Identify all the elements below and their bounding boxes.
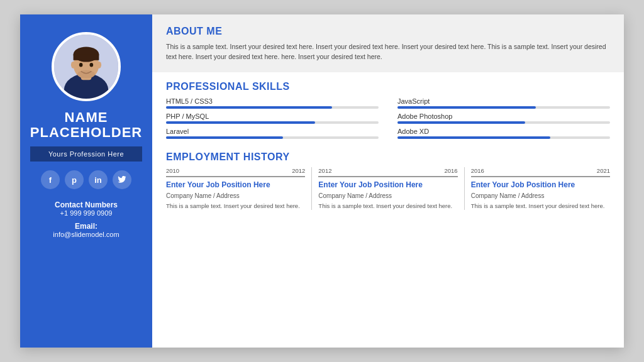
- job-desc: This is a sample text. Insert your desir…: [471, 202, 610, 211]
- skill-label: JavaScript: [397, 97, 610, 105]
- job-company: Company Name / Address: [318, 192, 457, 199]
- pinterest-icon[interactable]: p: [65, 170, 84, 189]
- svg-rect-5: [74, 55, 99, 60]
- linkedin-icon[interactable]: in: [89, 170, 108, 189]
- skills-section: PROFESSIONAL SKILLS HTML5 / CSS3 JavaScr…: [152, 72, 624, 145]
- profession-bar: Yours Profession Here: [30, 146, 142, 162]
- skill-bar-bg: [166, 121, 379, 124]
- job-title: Enter Your Job Position Here: [166, 180, 305, 190]
- skill-bar-bg: [397, 121, 610, 124]
- skill-bar-bg: [166, 136, 379, 139]
- skill-bar-fill: [166, 121, 315, 124]
- main-content: ABOUT ME This is a sample text. Insert y…: [152, 14, 624, 348]
- skill-bar-fill: [397, 121, 525, 124]
- skill-label: Adobe Photoshop: [397, 112, 610, 120]
- skills-grid: HTML5 / CSS3 JavaScript PHP / MySQL Adob…: [166, 97, 610, 139]
- job-title: Enter Your Job Position Here: [318, 180, 457, 190]
- svg-point-10: [77, 70, 95, 79]
- job-company: Company Name / Address: [166, 192, 305, 199]
- year-start: 2016: [471, 167, 484, 174]
- year-row: 2016 2021: [471, 167, 610, 174]
- skill-item: Adobe XD: [397, 128, 610, 139]
- skill-bar-bg: [397, 106, 610, 109]
- employment-title: EMPLOYMENT HISTORY: [166, 151, 610, 163]
- social-icons: f p in: [41, 170, 131, 189]
- job-desc: This is a sample text. Insert your desir…: [318, 202, 457, 211]
- profile-name: NAME PLACEHOLDER: [30, 110, 142, 140]
- skill-label: Adobe XD: [397, 128, 610, 135]
- twitter-icon[interactable]: [113, 170, 131, 189]
- skill-bar-fill: [166, 106, 332, 109]
- year-line: [318, 176, 457, 177]
- about-title: ABOUT ME: [166, 26, 610, 37]
- skill-label: PHP / MySQL: [166, 112, 379, 120]
- year-end: 2016: [445, 167, 458, 174]
- job-title: Enter Your Job Position Here: [471, 180, 610, 190]
- contact-section: Contact Numbers +1 999 999 0909 Email: i…: [53, 200, 119, 243]
- skill-bar-bg: [166, 106, 379, 109]
- job-company: Company Name / Address: [471, 192, 610, 199]
- avatar: [52, 32, 121, 101]
- job-column: 2016 2021 Enter Your Job Position Here C…: [465, 167, 610, 211]
- skill-label: HTML5 / CSS3: [166, 97, 379, 105]
- year-line: [166, 176, 305, 177]
- skill-item: Laravel: [166, 128, 379, 139]
- skill-bar-bg: [397, 136, 610, 139]
- svg-point-8: [79, 63, 83, 67]
- email-label: Email:: [53, 222, 119, 231]
- svg-point-6: [71, 62, 75, 69]
- employment-columns: 2010 2012 Enter Your Job Position Here C…: [166, 167, 610, 211]
- skill-item: PHP / MySQL: [166, 112, 379, 124]
- year-row: 2012 2016: [318, 167, 457, 174]
- contact-label: Contact Numbers: [53, 200, 119, 209]
- job-column: 2010 2012 Enter Your Job Position Here C…: [166, 167, 312, 211]
- svg-point-7: [97, 62, 101, 69]
- skills-title: PROFESSIONAL SKILLS: [166, 81, 610, 92]
- year-end: 2021: [597, 167, 610, 174]
- skill-label: Laravel: [166, 128, 379, 135]
- skill-bar-fill: [397, 106, 536, 109]
- facebook-icon[interactable]: f: [41, 170, 60, 189]
- sidebar: NAME PLACEHOLDER Yours Profession Here f…: [20, 14, 152, 348]
- year-start: 2012: [318, 167, 331, 174]
- employment-section: EMPLOYMENT HISTORY 2010 2012 Enter Your …: [152, 145, 624, 348]
- year-start: 2010: [166, 167, 179, 174]
- job-column: 2012 2016 Enter Your Job Position Here C…: [312, 167, 464, 211]
- skill-item: JavaScript: [397, 97, 610, 109]
- about-text: This is a sample text. Insert your desir…: [166, 41, 610, 62]
- year-row: 2010 2012: [166, 167, 305, 174]
- skill-bar-fill: [397, 136, 550, 139]
- skill-item: Adobe Photoshop: [397, 112, 610, 124]
- resume-card: NAME PLACEHOLDER Yours Profession Here f…: [20, 14, 624, 348]
- year-end: 2012: [292, 167, 305, 174]
- year-line: [471, 176, 610, 177]
- email-value: info@slidemodel.com: [53, 231, 119, 238]
- contact-phone: +1 999 999 0909: [53, 209, 119, 217]
- skill-item: HTML5 / CSS3: [166, 97, 379, 109]
- svg-point-9: [90, 63, 94, 67]
- job-desc: This is a sample text. Insert your desir…: [166, 202, 305, 211]
- about-section: ABOUT ME This is a sample text. Insert y…: [152, 14, 624, 72]
- skill-bar-fill: [166, 136, 283, 139]
